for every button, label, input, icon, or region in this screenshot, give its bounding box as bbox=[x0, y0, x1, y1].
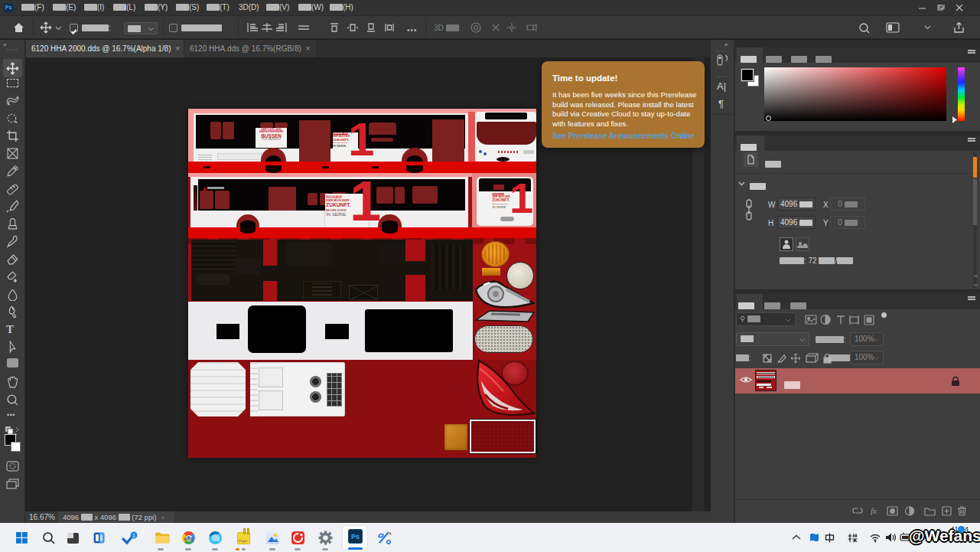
svg-text:1: 1 bbox=[132, 533, 135, 538]
svg-text:fx: fx bbox=[871, 506, 877, 515]
